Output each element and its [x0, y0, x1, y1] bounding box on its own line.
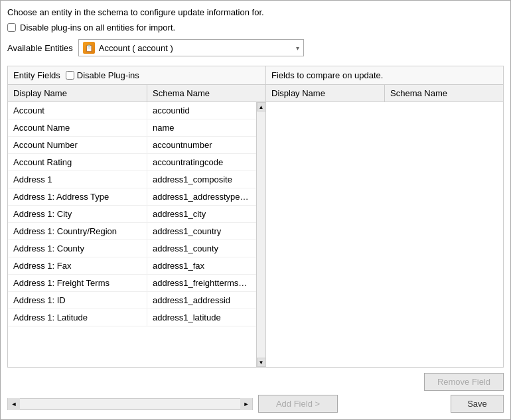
bottom-right: Remove Field Save: [424, 373, 504, 413]
save-button[interactable]: Save: [451, 395, 504, 413]
entity-dropdown-text: Account ( account ): [99, 43, 292, 53]
bottom-controls: ◄ ► Add Field > Remove Field Save: [7, 373, 504, 413]
cell-schema-name: address1_fax: [147, 257, 256, 274]
available-entities-label: Available Entities: [7, 43, 73, 53]
cell-display-name: Address 1: Freight Terms: [8, 275, 147, 291]
scroll-left-button[interactable]: ◄: [8, 398, 20, 410]
left-table-body[interactable]: AccountaccountidAccount NamenameAccount …: [8, 102, 256, 367]
bottom-left: ◄ ► Add Field >: [7, 395, 338, 413]
cell-display-name: Account Rating: [8, 154, 147, 171]
cell-display-name: Address 1: Fax: [8, 257, 147, 274]
cell-schema-name: address1_freighttermscoc: [147, 275, 256, 291]
disable-all-row: Disable plug-ins on all entities for imp…: [7, 23, 504, 33]
left-table-header: Display Name Schema Name: [8, 85, 265, 102]
right-table-header: Display Name Schema Name: [266, 85, 503, 102]
available-entities-row: Available Entities 📋 Account ( account )…: [7, 39, 504, 56]
cell-display-name: Address 1: Country/Region: [8, 223, 147, 240]
table-row[interactable]: Address 1address1_composite: [8, 171, 256, 188]
remove-field-button[interactable]: Remove Field: [424, 373, 504, 391]
table-row[interactable]: Address 1: Cityaddress1_city: [8, 206, 256, 223]
right-col-schema-header: Schema Name: [385, 85, 503, 102]
left-col-display-header: Display Name: [8, 85, 147, 102]
add-field-button[interactable]: Add Field >: [258, 395, 338, 413]
cell-display-name: Address 1: Address Type: [8, 188, 147, 205]
entity-icon: 📋: [83, 42, 95, 54]
entity-fields-label: Entity Fields: [13, 70, 60, 80]
h-scroll-track: [20, 399, 240, 409]
cell-display-name: Address 1: [8, 171, 147, 188]
table-row[interactable]: Address 1: Latitudeaddress1_latitude: [8, 309, 256, 326]
right-col-display-header: Display Name: [266, 85, 385, 102]
table-row[interactable]: Address 1: Address Typeaddress1_addresst…: [8, 188, 256, 206]
cell-display-name: Account: [8, 102, 147, 119]
cell-schema-name: address1_latitude: [147, 309, 256, 326]
entity-fields-header: Entity Fields Disable Plug-ins: [8, 66, 265, 85]
cell-display-name: Address 1: City: [8, 206, 147, 222]
cell-schema-name: accountid: [147, 102, 256, 119]
cell-schema-name: address1_county: [147, 240, 256, 257]
cell-schema-name: accountratingcode: [147, 154, 256, 171]
cell-schema-name: address1_addressid: [147, 292, 256, 309]
disable-plugins-checkbox[interactable]: [66, 71, 74, 80]
right-table-body[interactable]: [266, 102, 503, 367]
cell-schema-name: address1_composite: [147, 171, 256, 188]
table-row[interactable]: Address 1: Countyaddress1_county: [8, 240, 256, 257]
cell-display-name: Address 1: County: [8, 240, 147, 257]
cell-schema-name: name: [147, 119, 256, 136]
cell-display-name: Address 1: Latitude: [8, 309, 147, 326]
vertical-scrollbar[interactable]: ▲ ▼: [256, 102, 265, 367]
horizontal-scrollbar[interactable]: ◄ ►: [7, 398, 253, 410]
main-content: Entity Fields Disable Plug-ins Display N…: [7, 66, 504, 368]
disable-plugins-label: Disable Plug-ins: [77, 70, 139, 80]
table-row[interactable]: Address 1: IDaddress1_addressid: [8, 292, 256, 309]
scroll-up-button[interactable]: ▲: [257, 102, 266, 111]
right-panel: Fields to compare on update. Display Nam…: [266, 66, 504, 368]
table-row[interactable]: Address 1: Freight Termsaddress1_freight…: [8, 275, 256, 292]
cell-schema-name: address1_country: [147, 223, 256, 240]
cell-schema-name: address1_city: [147, 206, 256, 222]
cell-display-name: Address 1: ID: [8, 292, 147, 309]
cell-display-name: Account Number: [8, 137, 147, 153]
table-row[interactable]: Accountaccountid: [8, 102, 256, 119]
cell-schema-name: address1_addresstypecoc: [147, 188, 256, 205]
chevron-down-icon: ▾: [296, 44, 299, 52]
scroll-right-button[interactable]: ►: [240, 398, 252, 410]
cell-display-name: Account Name: [8, 119, 147, 136]
table-row[interactable]: Address 1: Faxaddress1_fax: [8, 257, 256, 275]
left-panel: Entity Fields Disable Plug-ins Display N…: [7, 66, 266, 368]
left-col-schema-header: Schema Name: [147, 85, 265, 102]
disable-all-checkbox[interactable]: [7, 23, 16, 32]
disable-all-label: Disable plug-ins on all entities for imp…: [20, 23, 175, 33]
table-row[interactable]: Account Namename: [8, 119, 256, 137]
main-dialog: Choose an entity in the schema to config…: [0, 0, 511, 420]
cell-schema-name: accountnumber: [147, 137, 256, 153]
intro-text: Choose an entity in the schema to config…: [7, 7, 504, 17]
left-table-container: AccountaccountidAccount NamenameAccount …: [8, 102, 265, 367]
table-row[interactable]: Account Ratingaccountratingcode: [8, 154, 256, 171]
right-header: Fields to compare on update.: [266, 66, 503, 85]
entity-dropdown[interactable]: 📋 Account ( account ) ▾: [78, 39, 304, 56]
scroll-down-button[interactable]: ▼: [257, 358, 266, 367]
disable-plugins-check: Disable Plug-ins: [66, 70, 139, 80]
scroll-track: [257, 111, 265, 358]
table-row[interactable]: Address 1: Country/Regionaddress1_countr…: [8, 223, 256, 240]
table-row[interactable]: Account Numberaccountnumber: [8, 137, 256, 154]
